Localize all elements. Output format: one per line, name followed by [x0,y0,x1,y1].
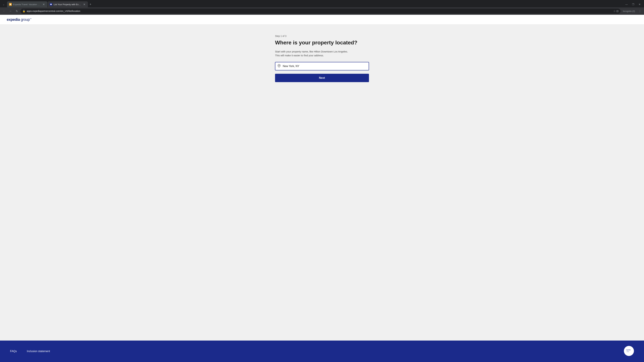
location-search-input[interactable] [275,62,369,70]
expedia-logo: expedia group™ [7,17,31,22]
tab-1[interactable]: Expedia Travel: Vacation Home... ✕ [7,1,47,7]
minimize-button[interactable]: — [623,2,630,6]
logo-expedia: expedia [7,17,20,22]
site-header: expedia group™ [0,15,644,25]
tab-2-close-button[interactable]: ✕ [82,3,86,6]
tab-bar: ⌄ Expedia Travel: Vacation Home... ✕ Lis… [0,0,644,7]
new-tab-button[interactable]: + [88,2,93,7]
tab-switcher-button[interactable]: ⌄ [1,2,6,6]
search-input-wrapper [275,62,369,70]
browser-menu-button[interactable]: ⋮ [637,9,643,13]
page-wrapper: expedia group™ Step 1 of 3 Where is your… [0,15,644,362]
bookmark-icon[interactable]: ☆ [613,9,616,13]
step-label: Step 1 of 3 [275,35,369,37]
tab-1-title: Expedia Travel: Vacation Home... [13,3,40,6]
refresh-button[interactable]: ↻ [14,8,20,14]
close-button[interactable]: ✕ [636,2,643,6]
logo-trademark: ™ [30,18,32,20]
faqs-link[interactable]: FAQs [10,350,17,353]
main-content: Step 1 of 3 Where is your property locat… [0,25,644,341]
back-button[interactable]: ← [1,8,7,14]
svg-text:group: group [626,351,629,352]
helper-text: Start with your property name, like Hilt… [275,50,369,57]
page-title: Where is your property located? [275,39,369,46]
split-view-icon[interactable]: ⊟ [616,9,618,13]
next-button[interactable]: Next [275,74,369,82]
helper-text-line2: This will make it easier to find your ad… [275,54,324,57]
expedia-group-logo-svg: expedia group [626,348,632,354]
browser-chrome: ⌄ Expedia Travel: Vacation Home... ✕ Lis… [0,0,644,15]
tab-2-favicon [50,3,52,6]
maximize-button[interactable]: ❐ [630,2,636,6]
footer-logo-circle: expedia group [624,346,634,356]
form-container: Step 1 of 3 Where is your property locat… [275,35,369,82]
tab-1-close-button[interactable]: ✕ [42,3,45,6]
lock-icon: 🔒 [22,10,25,12]
inclusion-statement-link[interactable]: Inclusion statement [27,350,50,353]
site-footer: FAQs Inclusion statement expedia group [0,341,644,362]
address-bar-actions: ☆ ⊟ [613,9,618,13]
logo-group: group [20,17,30,22]
address-url: apps.expediapartnercentral.com/en_US/lis… [27,10,80,12]
incognito-profile-button[interactable]: Incognito (2) [622,9,636,13]
helper-text-line1: Start with your property name, like Hilt… [275,50,348,53]
svg-point-0 [10,4,11,5]
footer-logo: expedia group [624,346,634,357]
forward-button[interactable]: → [8,8,13,14]
svg-text:expedia: expedia [626,349,631,351]
tab-2[interactable]: List Your Property with Expedia... ✕ [48,1,88,7]
svg-point-1 [50,4,52,5]
address-bar-row: ← → ↻ 🔒 apps.expediapartnercentral.com/e… [0,7,644,15]
tab-2-title: List Your Property with Expedia... [54,3,81,6]
address-bar[interactable]: 🔒 apps.expediapartnercentral.com/en_US/l… [20,8,620,14]
tab-1-favicon [9,3,12,6]
window-controls: — ❐ ✕ [623,2,643,6]
